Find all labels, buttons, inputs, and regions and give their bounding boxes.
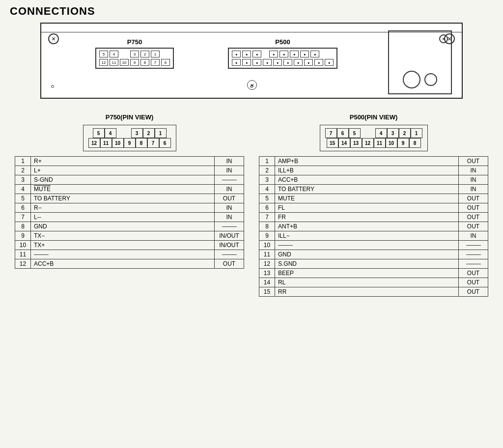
pin-direction: IN bbox=[215, 166, 244, 175]
table-row: 7FROUT bbox=[259, 213, 488, 222]
p500-connector-block: P500 ● ● ● ● ● ● ● ● ● ● ● ● ● ● ● ● bbox=[228, 38, 337, 69]
p750-pin-3: 3 bbox=[130, 51, 139, 57]
pin-number: 1 bbox=[259, 157, 275, 166]
pin-direction: OUT bbox=[459, 269, 488, 278]
p500-gap-top bbox=[263, 51, 268, 57]
table-row: 6R−IN bbox=[15, 203, 244, 213]
p750-pin-7: 7 bbox=[151, 59, 160, 66]
pin-direction bbox=[459, 241, 488, 250]
pd-p750-7: 7 bbox=[147, 138, 159, 148]
p750-pin-8: 8 bbox=[140, 59, 149, 66]
pd-p750-4: 4 bbox=[105, 128, 116, 138]
pd-p500-12: 12 bbox=[362, 138, 374, 148]
pd-p750-10: 10 bbox=[112, 138, 124, 148]
pin-number: 5 bbox=[259, 194, 275, 203]
p750-table-block: P750(PIN VIEW) 5 4 3 2 1 12 11 10 9 8 7 … bbox=[15, 113, 244, 269]
pin-direction: IN bbox=[459, 175, 488, 185]
table-row: 3S-GND bbox=[15, 175, 244, 185]
pd-p500-15: 15 bbox=[327, 138, 338, 148]
pin-tables-section: P750(PIN VIEW) 5 4 3 2 1 12 11 10 9 8 7 … bbox=[10, 113, 493, 297]
p500-pin-d7: ● bbox=[294, 59, 303, 66]
pd-p500-gap bbox=[361, 128, 375, 138]
table-row: 4TO BATTERYIN bbox=[259, 185, 488, 194]
pin-name: ACC+B bbox=[31, 259, 215, 269]
pin-name: MUTE bbox=[275, 194, 459, 203]
p500-pin-dot7: ● bbox=[300, 51, 309, 57]
circle-right bbox=[424, 73, 437, 86]
p500-diag-label: P500 bbox=[275, 38, 290, 46]
pin-name: TX− bbox=[31, 231, 215, 241]
pin-name: TO BATTERY bbox=[275, 185, 459, 194]
center-bottom-screw: × bbox=[247, 80, 257, 90]
pd-p750-3: 3 bbox=[131, 128, 143, 138]
pin-direction bbox=[215, 175, 244, 185]
table-row: 15RROUT bbox=[259, 287, 488, 297]
pin-name: BEEP bbox=[275, 269, 459, 278]
p500-row2: ● ● ● ● ● ● ● ● ● ● bbox=[232, 59, 334, 66]
pd-p500-5: 5 bbox=[349, 128, 361, 138]
table-row: 11GND bbox=[259, 250, 488, 259]
pd-p750-12: 12 bbox=[88, 138, 100, 148]
p500-pin-dot5: ● bbox=[279, 51, 288, 57]
pin-name: ANT+B bbox=[275, 222, 459, 231]
p500-table-block: P500(PIN VIEW) 7 6 5 4 3 2 1 15 14 13 12… bbox=[259, 113, 488, 297]
p500-connector-drawing: ● ● ● ● ● ● ● ● ● ● ● ● ● ● ● ● ● ● bbox=[228, 48, 337, 69]
pd-p500-14: 14 bbox=[338, 138, 350, 148]
pd-p500-13: 13 bbox=[350, 138, 362, 148]
p500-pin-d5: ● bbox=[273, 59, 282, 66]
pin-direction: IN bbox=[215, 203, 244, 213]
pin-direction bbox=[215, 250, 244, 259]
p750-diagram-row2: 12 11 10 9 8 7 6 bbox=[88, 138, 171, 148]
right-inner-screw bbox=[439, 34, 448, 43]
pin-number: 14 bbox=[259, 278, 275, 287]
pd-p750-gap bbox=[116, 128, 131, 138]
table-row: 5TO BATTERYOUT bbox=[15, 194, 244, 203]
pin-name: R− bbox=[31, 203, 215, 213]
pin-number: 6 bbox=[15, 203, 31, 213]
pin-direction: IN bbox=[459, 166, 488, 175]
table-row: 10TX+IN/OUT bbox=[15, 241, 244, 250]
table-row: 14RLOUT bbox=[259, 278, 488, 287]
p500-pin-d9: ● bbox=[314, 59, 323, 66]
right-circles bbox=[403, 71, 437, 88]
pin-name: R+ bbox=[31, 157, 215, 166]
p500-pin-d10: ● bbox=[325, 59, 334, 66]
pin-direction bbox=[459, 250, 488, 259]
pin-number: 11 bbox=[15, 250, 31, 259]
pin-number: 8 bbox=[259, 222, 275, 231]
pin-number: 5 bbox=[15, 194, 31, 203]
p750-pin-9: 9 bbox=[130, 59, 139, 66]
p500-pin-dot4: ● bbox=[269, 51, 278, 57]
table-row: 9TX−IN/OUT bbox=[15, 231, 244, 241]
pin-number: 10 bbox=[15, 241, 31, 250]
table-row: 9ILL−IN bbox=[259, 231, 488, 241]
pd-p500-11: 11 bbox=[374, 138, 386, 148]
pin-name: MUTE bbox=[31, 185, 215, 194]
left-screw-icon bbox=[48, 33, 59, 44]
pd-p750-6: 6 bbox=[159, 138, 171, 148]
pin-number: 12 bbox=[259, 259, 275, 269]
table-row: 8ANT+BOUT bbox=[259, 222, 488, 231]
pin-name: L+ bbox=[31, 166, 215, 175]
pin-name: L-- bbox=[31, 213, 215, 222]
pin-number: 3 bbox=[15, 175, 31, 185]
p500-pin-d2: ● bbox=[242, 59, 251, 66]
pin-name: RL bbox=[275, 278, 459, 287]
connector-diagram: P750 5 4 3 2 1 12 11 10 9 8 7 6 P500 bbox=[40, 23, 463, 99]
pd-p500-2: 2 bbox=[399, 128, 411, 138]
pin-direction: IN bbox=[459, 185, 488, 194]
p500-pin-d6: ● bbox=[283, 59, 292, 66]
table-row: 1AMP+BOUT bbox=[259, 157, 488, 166]
table-row: 1R+IN bbox=[15, 157, 244, 166]
pin-number: 6 bbox=[259, 203, 275, 213]
pin-name: S-GND bbox=[31, 175, 215, 185]
page-title: CONNECTIONS bbox=[10, 5, 493, 18]
table-row: 12ACC+BOUT bbox=[15, 259, 244, 269]
pin-number: 2 bbox=[15, 166, 31, 175]
table-row: 10 bbox=[259, 241, 488, 250]
pd-p500-8: 8 bbox=[409, 138, 421, 148]
pin-direction: OUT bbox=[459, 203, 488, 213]
pin-number: 9 bbox=[259, 231, 275, 241]
pin-name: TX+ bbox=[31, 241, 215, 250]
pin-direction: IN/OUT bbox=[215, 231, 244, 241]
